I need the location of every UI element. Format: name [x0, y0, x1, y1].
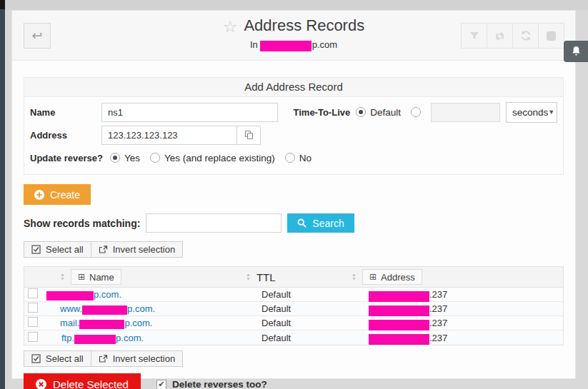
back-arrow-icon: ↩ — [31, 28, 42, 44]
delete-reverses-checkbox[interactable]: ✔ — [156, 380, 166, 389]
sidebar-edge — [0, 0, 5, 389]
ttl-unit-value: seconds — [512, 107, 548, 118]
record-ttl: Default — [261, 318, 369, 328]
invert-selection-button[interactable]: Invert selection — [91, 350, 183, 367]
repeat-icon — [494, 31, 506, 41]
subtitle-prefix: In — [250, 39, 258, 50]
refresh-button[interactable] — [512, 23, 539, 49]
record-ttl: Default — [261, 289, 369, 300]
address-records-panel: ↩ — [11, 10, 576, 379]
name-column-label: Name — [89, 272, 114, 283]
selection-controls-top: Select all Invert selection — [24, 241, 564, 258]
form-title: Add Address Record — [24, 78, 563, 97]
ttl-unit-select[interactable]: seconds ▼ — [506, 102, 557, 123]
ttl-custom-radio[interactable] — [411, 107, 421, 117]
update-reverse-replace-radio[interactable] — [150, 153, 160, 163]
stop-button[interactable] — [538, 23, 564, 49]
delete-selected-label: Delete Selected — [53, 378, 129, 389]
record-address: .237 — [369, 303, 563, 314]
delete-reverses-label: Delete reverses too? — [172, 379, 267, 389]
search-icon — [297, 218, 307, 228]
record-address: .237 — [369, 289, 563, 300]
check-square-icon — [31, 245, 41, 254]
stop-square-icon — [547, 31, 556, 41]
redaction-name — [74, 335, 116, 344]
subtitle-suffix: p.com — [312, 39, 337, 50]
update-reverse-yes-radio[interactable] — [110, 153, 120, 163]
search-button[interactable]: Search — [287, 213, 354, 233]
update-reverse-replace-label: Yes (and replace existing) — [164, 153, 275, 163]
sidebar-edge-top — [0, 0, 5, 9]
sort-address-control[interactable]: ▲▼ — [352, 273, 357, 281]
share-square-icon — [99, 354, 108, 363]
check-square-icon — [31, 354, 41, 363]
table-row: www.p.com. Default .237 — [24, 302, 563, 316]
record-ttl: Default — [261, 333, 369, 343]
record-address: .237 — [369, 318, 563, 328]
sort-ttl-control[interactable]: ▲▼ — [246, 273, 251, 281]
address-row: Address — [30, 123, 557, 146]
name-column-button[interactable]: ⊞ Name — [71, 269, 121, 285]
row-checkbox[interactable] — [28, 317, 38, 327]
ttl-value-input[interactable] — [431, 103, 500, 122]
header-toolbar — [462, 23, 564, 49]
record-ttl: Default — [261, 303, 369, 314]
filter-button[interactable] — [461, 23, 487, 49]
redaction-name — [46, 291, 94, 300]
name-row: Name Time-To-Live Default seconds ▼ — [30, 101, 557, 123]
redaction-address — [369, 334, 429, 345]
address-column-button[interactable]: ⊞ Address — [362, 269, 422, 285]
back-button[interactable]: ↩ — [24, 23, 51, 49]
search-label: Show records matching: — [24, 218, 140, 229]
panel-header: ↩ — [12, 11, 575, 61]
table-row: mail.p.com. Default .237 — [24, 316, 563, 330]
squared-plus-icon: ⊞ — [369, 272, 377, 282]
recheck-button[interactable] — [487, 23, 513, 49]
update-reverse-no-radio[interactable] — [285, 153, 295, 163]
notifications-bell-tab[interactable] — [564, 41, 588, 62]
delete-selected-button[interactable]: Delete Selected — [24, 373, 141, 389]
record-address: .237 — [369, 333, 563, 343]
record-name-link[interactable]: mail.p.com. — [44, 318, 261, 328]
bell-icon — [571, 46, 582, 57]
selection-controls-bottom: Select all Invert selection — [24, 350, 564, 367]
name-label: Name — [30, 107, 101, 118]
address-input[interactable] — [101, 126, 237, 145]
address-label: Address — [30, 130, 101, 141]
select-all-button[interactable]: Select all — [24, 241, 91, 258]
row-checkbox[interactable] — [28, 288, 38, 298]
record-name-link[interactable]: www.p.com. — [44, 303, 261, 314]
update-reverse-row: Update reverse? Yes Yes (and replace exi… — [30, 146, 557, 169]
ttl-default-radio[interactable] — [356, 107, 366, 117]
search-button-label: Search — [312, 218, 344, 229]
records-search-input[interactable] — [146, 213, 281, 233]
filter-icon — [469, 30, 480, 41]
search-row: Show records matching: Search — [24, 213, 564, 233]
table-row: p.com. Default .237 — [24, 288, 563, 302]
copy-icon — [244, 130, 254, 140]
name-input[interactable] — [101, 103, 278, 122]
invert-selection-label: Invert selection — [113, 353, 175, 364]
sort-name-control[interactable]: ▲▼ — [60, 273, 65, 281]
x-circle-icon — [36, 379, 46, 389]
record-name-link[interactable]: ftp.p.com. — [44, 333, 261, 343]
select-all-label: Select all — [46, 244, 84, 255]
select-all-label: Select all — [46, 353, 84, 364]
select-caret-icon: ▼ — [548, 108, 554, 116]
redaction-name — [79, 320, 124, 329]
record-name-link[interactable]: p.com. — [44, 289, 261, 300]
create-button[interactable]: Create — [24, 184, 91, 205]
favorite-star-icon[interactable]: ☆ — [223, 17, 238, 36]
redaction-address — [369, 320, 429, 330]
table-row: ftp.p.com. Default .237 — [24, 330, 563, 345]
refresh-icon — [520, 30, 532, 41]
ttl-column-label: TTL — [256, 271, 276, 283]
row-checkbox[interactable] — [28, 332, 38, 342]
select-all-button[interactable]: Select all — [24, 350, 91, 367]
invert-selection-button[interactable]: Invert selection — [91, 241, 183, 258]
check-icon: ✔ — [158, 380, 164, 388]
invert-selection-label: Invert selection — [113, 244, 175, 255]
paste-ip-button[interactable] — [237, 126, 261, 145]
redaction-domain — [260, 41, 312, 51]
row-checkbox[interactable] — [28, 303, 38, 313]
